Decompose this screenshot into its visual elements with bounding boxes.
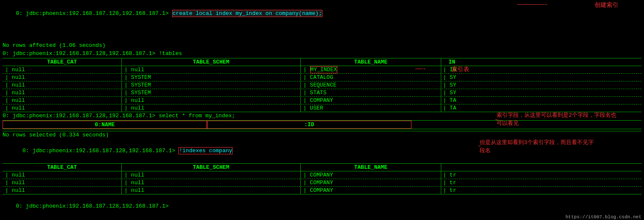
annotation-arrow-1: ————————→ — [517, 1, 550, 9]
row3-cat: | null — [3, 81, 122, 89]
header-table-type: IN — [441, 58, 463, 66]
header-id: :ID — [207, 121, 411, 129]
t3r1-schem: | null — [122, 171, 301, 179]
indexes-command-area: 0: jdbc:phoenix:192.168.187.128,192.168.… — [3, 139, 641, 164]
cmd1-highlight: create local index my_index on company(n… — [172, 10, 322, 17]
table1-row-2: | null | SYSTEM | CATALOG | SY — [3, 74, 641, 81]
header-table-schem: TABLE_SCHEM — [122, 58, 301, 66]
table1-row-1: | null | null | MY_INDEX ——→ 索引表 | IN — [3, 66, 641, 74]
final-prompt: 0: jdbc:phoenix:192.168.187.128,192.168.… — [16, 203, 172, 209]
tables-result: TABLE_CAT TABLE_SCHEM TABLE_NAME IN | nu… — [3, 58, 641, 112]
cmd2-highlight: !indexes company — [178, 147, 233, 154]
row4-schem: | SYSTEM — [122, 89, 301, 96]
table1-row-6: | null | null | USER | TA — [3, 104, 641, 112]
t3r3-cat: | null — [3, 187, 122, 194]
row2-schem: | SYSTEM — [122, 74, 301, 81]
row2-type: | SY — [441, 74, 463, 81]
tables-command-line: 0: jdbc:phoenix:192.168.187.128,192.168.… — [3, 50, 641, 58]
annotation-arrow-2: ← — [495, 116, 499, 123]
row2-cat: | null — [3, 74, 122, 81]
website-watermark: https://it007.blog.csdn.net — [566, 214, 641, 220]
row5-type: | TA — [441, 97, 463, 104]
t3r1-type: | tr — [441, 171, 463, 179]
t3r2-schem: | null — [122, 179, 301, 186]
no-rows-line: No rows affected (1.06 seconds) — [3, 42, 641, 50]
t3r2-name: | COMPANY — [301, 179, 441, 186]
row3-type: | SY — [441, 81, 463, 89]
terminal: 0: jdbc:phoenix:192.168.187.128,192.168.… — [0, 0, 644, 220]
annotation-arrow-3: ← — [478, 143, 482, 149]
row6-name: | USER — [301, 104, 441, 112]
row1-cat: | null — [3, 66, 122, 73]
row5-name: | COMPANY — [301, 97, 441, 104]
table1-row-5: | null | null | COMPANY | TA — [3, 97, 641, 104]
table1-row-4: | null | SYSTEM | STATS | SY — [3, 89, 641, 97]
my-index-highlight: MY_INDEX — [310, 66, 337, 73]
table3-header: TABLE_CAT TABLE_SCHEM TABLE_NAME — [3, 164, 641, 171]
header-0-name: 0:NAME — [3, 121, 207, 129]
final-prompt-line: 0: jdbc:phoenix:192.168.187.128,192.168.… — [3, 194, 641, 219]
table1-header: TABLE_CAT TABLE_SCHEM TABLE_NAME IN — [3, 58, 641, 66]
row5-schem: | null — [122, 97, 301, 104]
table3-row-2: | null | null | COMPANY | tr — [3, 179, 641, 187]
indexes-result: TABLE_CAT TABLE_SCHEM TABLE_NAME | null … — [3, 163, 641, 194]
header-table-cat: TABLE_CAT — [3, 58, 122, 66]
t3r3-schem: | null — [122, 187, 301, 194]
table3-row-3: | null | null | COMPANY | tr — [3, 187, 641, 194]
t3r1-name: | COMPANY — [301, 171, 441, 179]
header-table-name: TABLE_NAME — [301, 58, 441, 66]
row1-schem: | null — [122, 66, 301, 73]
row1-name: | MY_INDEX ——→ 索引表 — [301, 66, 441, 73]
row6-cat: | null — [3, 104, 122, 112]
row6-type: | TA — [441, 104, 463, 112]
header3-table-schem: TABLE_SCHEM — [122, 164, 301, 171]
select-command-area: 0: jdbc:phoenix:192.168.187.128,192.168.… — [3, 112, 641, 120]
prompt-1: 0: jdbc:phoenix:192.168.187.128,192.168.… — [16, 10, 172, 17]
row3-schem: | SYSTEM — [122, 81, 301, 89]
index-table-arrow: ——→ — [415, 66, 425, 72]
header3-table-cat: TABLE_CAT — [3, 164, 122, 171]
row4-type: | SY — [441, 89, 463, 96]
table3-row-1: | null | null | COMPANY | tr — [3, 171, 641, 179]
row6-schem: | null — [122, 104, 301, 112]
t3r3-type: | tr — [441, 187, 463, 194]
t3r1-cat: | null — [3, 171, 122, 179]
annotation-select: 索引字段，从这里可以看到是2个字段，字段名也可以看见 — [497, 111, 633, 128]
header3-col4 — [441, 164, 463, 171]
table1-row-3: | null | SYSTEM | SEQUENCE | SY — [3, 81, 641, 89]
empty-separator — [3, 129, 641, 131]
row3-name: | SEQUENCE — [301, 81, 441, 89]
header3-table-name: TABLE_NAME — [301, 164, 441, 171]
annotation-indexes: 但是从这里却看到3个索引字段，而且看不见字段名 — [480, 139, 633, 155]
row4-cat: | null — [3, 89, 122, 96]
row5-cat: | null — [3, 97, 122, 104]
row2-name: | CATALOG — [301, 74, 441, 81]
t3r2-cat: | null — [3, 179, 122, 186]
prompt-3: 0: jdbc:phoenix:192.168.187.128,192.168.… — [23, 148, 179, 154]
annotation-1: 创建索引 — [595, 1, 618, 9]
t3r2-type: | tr — [441, 179, 463, 186]
row4-name: | STATS — [301, 89, 441, 96]
command-line-1: 0: jdbc:phoenix:192.168.187.128,192.168.… — [3, 2, 641, 42]
t3r3-name: | COMPANY — [301, 187, 441, 194]
index-table-annotation: 索引表 — [451, 66, 469, 73]
